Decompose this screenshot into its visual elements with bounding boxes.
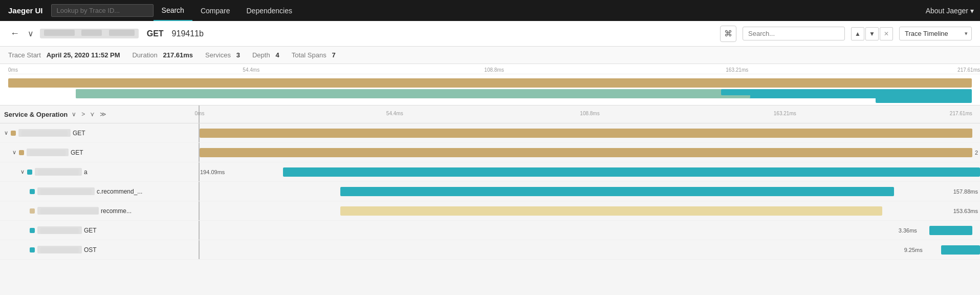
span-1-toggle[interactable]: ∨ [3, 130, 9, 136]
span-7-left: OST [0, 240, 200, 259]
span-2-right: 2 [200, 143, 980, 162]
nav-down-button[interactable]: ▼ [865, 27, 879, 40]
mini-bar-teal-right [876, 97, 972, 103]
span-4-duration: 157.88ms [953, 188, 978, 195]
span-6-right: 3.36ms [200, 221, 980, 240]
service-operation-header: Service & Operation ∨ > ⋎ ≫ [0, 106, 200, 123]
trace-lookup-input[interactable] [51, 4, 154, 17]
span-4-left: c.recommend_... [0, 182, 200, 201]
span-7-service [37, 246, 82, 254]
span-2-toggle[interactable]: ∨ [11, 149, 17, 156]
nav-dependencies[interactable]: Dependencies [238, 0, 301, 21]
span-3-left: ∨ a [0, 162, 200, 181]
nav-close-button[interactable]: ✕ [880, 27, 893, 40]
service-tag [40, 29, 139, 38]
span-2-left: ∨ GET [0, 143, 200, 162]
view-selector[interactable]: Trace Timeline Trace Graph Trace Statist… [899, 27, 972, 40]
table-row: ∨ a 194.09ms [0, 162, 980, 182]
span-6-operation: GET [84, 227, 97, 234]
trace-duration-info: Duration 217.61ms [132, 51, 193, 59]
span-1-left: ∨ GET [0, 123, 200, 142]
span-6-duration: 3.36ms [899, 227, 917, 234]
sort-right-btn[interactable]: > [80, 111, 86, 118]
span-4-bar [340, 187, 895, 196]
span-5-right: 153.63ms [200, 201, 980, 220]
span-7-duration: 9.25ms [904, 247, 923, 253]
header-tick-0: 0ms [195, 111, 205, 123]
header-tick-4: 217.61ms [950, 111, 972, 123]
span-1-right [200, 123, 980, 142]
mini-bar-cream [76, 89, 750, 98]
sort-right-right-btn[interactable]: ≫ [99, 111, 107, 118]
ruler-tick-1: 54.4ms [243, 67, 259, 73]
span-4-right: 157.88ms [200, 182, 980, 201]
trace-search-input[interactable] [743, 27, 845, 40]
span-navigation: ▲ ▼ ✕ [851, 27, 893, 40]
span-5-color-dot [30, 208, 35, 214]
nav-search[interactable]: Search [154, 0, 192, 21]
back-button[interactable]: ← [8, 28, 21, 39]
trace-method: GET [147, 29, 164, 38]
span-5-service [37, 207, 99, 215]
sort-down-down-btn[interactable]: ⋎ [89, 111, 96, 118]
sort-down-btn[interactable]: ∨ [71, 111, 77, 118]
span-7-right: 9.25ms [200, 240, 980, 259]
header-tick-2: 108.8ms [580, 111, 599, 123]
table-row: GET 3.36ms [0, 221, 980, 240]
ruler-tick-3: 163.21ms [726, 67, 748, 73]
span-3-operation: a [84, 168, 88, 176]
span-3-toggle[interactable]: ∨ [19, 168, 26, 175]
span-3-service [35, 168, 82, 176]
span-4-operation: c.recommend_... [97, 188, 142, 195]
trace-info-bar: Trace Start April 25, 2020 11:52 PM Dura… [0, 47, 980, 64]
span-4-service [37, 187, 95, 195]
view-selector-wrap: Trace Timeline Trace Graph Trace Statist… [899, 27, 972, 40]
table-row: OST 9.25ms [0, 240, 980, 260]
ruler-tick-4: 217.61ms [957, 67, 980, 73]
spans-list-header: Service & Operation ∨ > ⋎ ≫ 0ms 54.4ms 1… [0, 106, 980, 123]
about-jaeger[interactable]: About Jaeger ▾ [926, 7, 974, 15]
span-5-bar [340, 206, 883, 216]
span-2-service [27, 149, 69, 156]
trace-start-info: Trace Start April 25, 2020 11:52 PM [8, 51, 120, 59]
ruler-tick-2: 108.8ms [484, 67, 504, 73]
span-5-left: recomme... [0, 201, 200, 220]
top-nav: Jaeger UI Search Compare Dependencies Ab… [0, 0, 980, 21]
span-2-bar [200, 148, 972, 157]
span-6-left: GET [0, 221, 200, 240]
mini-bar-brown [8, 78, 972, 88]
header-tick-3: 163.21ms [774, 111, 796, 123]
span-1-service [18, 129, 71, 137]
timeline-ruler-header: 0ms 54.4ms 108.8ms 163.21ms 217.61ms [200, 106, 980, 123]
span-6-color-dot [30, 228, 35, 233]
span-4-color-dot [30, 189, 35, 194]
span-6-service [37, 226, 82, 234]
trace-depth-info: Depth 4 [252, 51, 279, 59]
nav-compare[interactable]: Compare [192, 0, 238, 21]
span-3-duration: 194.09ms [200, 169, 225, 175]
table-row: c.recommend_... 157.88ms [0, 182, 980, 201]
header-tick-1: 54.4ms [386, 111, 403, 123]
nav-up-button[interactable]: ▲ [851, 27, 864, 40]
ruler-tick-0: 0ms [8, 67, 18, 73]
brand-logo: Jaeger UI [6, 6, 51, 15]
span-1-color-dot [11, 131, 16, 136]
span-2-operation: GET [71, 149, 83, 156]
keyboard-shortcut-icon[interactable]: ⌘ [720, 26, 736, 42]
span-2-color-dot [19, 150, 24, 155]
expand-button[interactable]: ∨ [28, 29, 34, 38]
mini-bar-teal-small [721, 89, 759, 95]
span-7-color-dot [30, 247, 35, 252]
trace-header: ← ∨ GET 919411b ⌘ ▲ ▼ ✕ Trace Timeline T… [0, 21, 980, 47]
spans-list: ∨ GET ∨ GET 2 ∨ [0, 123, 980, 260]
span-1-operation: GET [73, 130, 85, 137]
span-1-bar [200, 129, 972, 138]
span-5-operation: recomme... [101, 207, 132, 215]
table-row: ∨ GET 2 [0, 143, 980, 162]
table-row: ∨ GET [0, 123, 980, 143]
trace-services-info: Services 3 [205, 51, 240, 59]
span-3-bar [283, 167, 980, 177]
trace-total-spans-info: Total Spans 7 [292, 51, 336, 59]
trace-id: 919411b [172, 29, 204, 38]
span-5-duration: 153.63ms [953, 208, 978, 214]
